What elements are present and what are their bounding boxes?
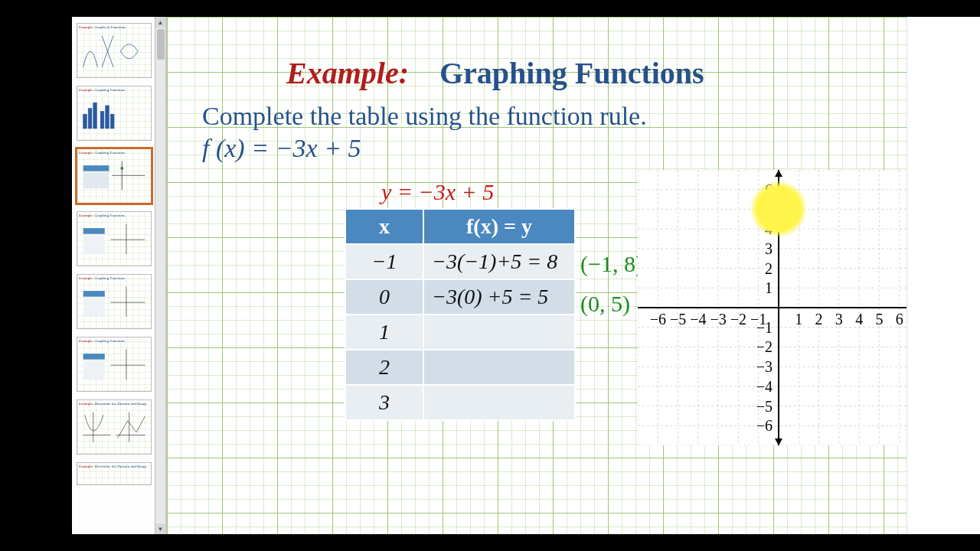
- svg-marker-63: [775, 439, 782, 445]
- svg-rect-13: [83, 228, 105, 234]
- svg-text:−1: −1: [756, 319, 773, 336]
- scroll-up-icon[interactable]: ▲: [155, 17, 165, 28]
- cursor-highlight-icon: [750, 181, 807, 237]
- cell-x: 0: [345, 279, 423, 315]
- svg-text:2: 2: [765, 260, 773, 277]
- cell-y: −3(0) +5 = 5: [423, 279, 575, 315]
- svg-rect-17: [83, 291, 105, 297]
- svg-rect-9: [83, 172, 109, 188]
- slide-thumbnail[interactable]: Example: Graphing Functions: [77, 337, 152, 392]
- svg-text:−5: −5: [670, 311, 686, 328]
- handwritten-equation: y = −3x + 5: [381, 179, 494, 205]
- svg-rect-3: [88, 108, 92, 128]
- svg-text:6: 6: [896, 311, 903, 328]
- slide-content: Example: Graphing Functions Complete the…: [167, 17, 906, 534]
- title-example-label: Example:: [286, 56, 409, 90]
- svg-rect-5: [100, 111, 104, 129]
- function-rule: f (x) = −3x + 5: [202, 134, 876, 163]
- scroll-down-icon[interactable]: ▼: [155, 523, 165, 534]
- table-row: −1 −3(−1)+5 = 8: [345, 244, 575, 279]
- prompt-text: Complete the table using the function ru…: [202, 102, 876, 131]
- slide-thumbnail[interactable]: Example: Graphing Functions: [77, 274, 152, 329]
- slide-thumbnail[interactable]: Example: Determine the Domain and Range: [77, 462, 152, 485]
- svg-rect-7: [110, 114, 114, 129]
- presentation-app: Example: Graphs of Functions Example: Gr…: [72, 17, 906, 534]
- thumbnail-panel: Example: Graphs of Functions Example: Gr…: [72, 17, 167, 534]
- table-row: 2: [345, 350, 575, 385]
- coordinate-graph: −6−5−4−3−2−11234567−6−5−4−3−2−1123456: [638, 170, 906, 445]
- svg-text:−4: −4: [690, 311, 706, 328]
- svg-text:−3: −3: [710, 311, 727, 328]
- slide-thumbnail[interactable]: Example: Graphs of Functions: [77, 23, 152, 78]
- title-heading: Graphing Functions: [439, 56, 704, 90]
- table-row: 3: [345, 385, 575, 420]
- cell-x: 1: [345, 315, 423, 350]
- svg-rect-21: [83, 354, 105, 360]
- cell-y: [423, 385, 575, 420]
- svg-point-12: [120, 167, 123, 170]
- svg-text:−6: −6: [756, 417, 773, 434]
- svg-rect-2: [83, 114, 87, 129]
- svg-rect-22: [83, 360, 105, 379]
- cell-y: [423, 350, 575, 385]
- slide-thumbnail-current[interactable]: Example: Graphing Functions: [77, 148, 152, 204]
- svg-text:−2: −2: [756, 338, 773, 355]
- svg-text:−3: −3: [756, 358, 773, 375]
- slide-thumbnail[interactable]: Example: Graphing Functions: [77, 86, 152, 141]
- svg-text:1: 1: [795, 311, 802, 328]
- table-row: 0 −3(0) +5 = 5: [345, 279, 575, 315]
- svg-text:2: 2: [815, 311, 823, 328]
- svg-text:−6: −6: [650, 311, 666, 328]
- svg-text:5: 5: [875, 311, 883, 328]
- svg-rect-8: [83, 165, 109, 171]
- right-margin: [906, 17, 980, 534]
- cell-y: −3(−1)+5 = 8: [423, 244, 575, 279]
- svg-text:3: 3: [835, 311, 843, 328]
- slide-thumbnail[interactable]: Example: Graphing Functions: [77, 211, 152, 266]
- slide-thumbnail[interactable]: Example: Determine the Domain and Range: [77, 399, 152, 455]
- table-row: 1: [345, 315, 575, 350]
- slide-view: Example: Graphing Functions Complete the…: [167, 17, 906, 534]
- col-header-x: x: [345, 209, 423, 244]
- ordered-pair-1: (−1, 8): [580, 251, 643, 277]
- svg-text:4: 4: [855, 311, 863, 328]
- cell-y: [423, 315, 575, 350]
- svg-marker-62: [775, 170, 782, 177]
- cell-x: 3: [345, 385, 423, 420]
- cell-x: −1: [345, 244, 423, 279]
- thumbnail-scrollbar[interactable]: ▲ ▼: [155, 17, 165, 534]
- svg-text:−5: −5: [756, 398, 773, 415]
- ordered-pair-2: (0, 5): [580, 291, 630, 317]
- col-header-y: f(x) = y: [423, 209, 575, 244]
- cell-x: 2: [345, 350, 423, 385]
- slide-title: Example: Graphing Functions: [286, 55, 876, 91]
- svg-text:−2: −2: [730, 311, 746, 328]
- svg-text:−4: −4: [756, 378, 773, 395]
- svg-text:3: 3: [765, 240, 773, 257]
- svg-text:1: 1: [765, 279, 773, 296]
- svg-rect-14: [83, 235, 105, 253]
- value-table: x f(x) = y −1 −3(−1)+5 = 8 0 −3(0) +5 = …: [345, 208, 576, 421]
- scrollbar-thumb[interactable]: [157, 29, 165, 60]
- svg-rect-18: [83, 298, 105, 316]
- svg-rect-4: [93, 103, 97, 129]
- svg-rect-6: [106, 105, 109, 128]
